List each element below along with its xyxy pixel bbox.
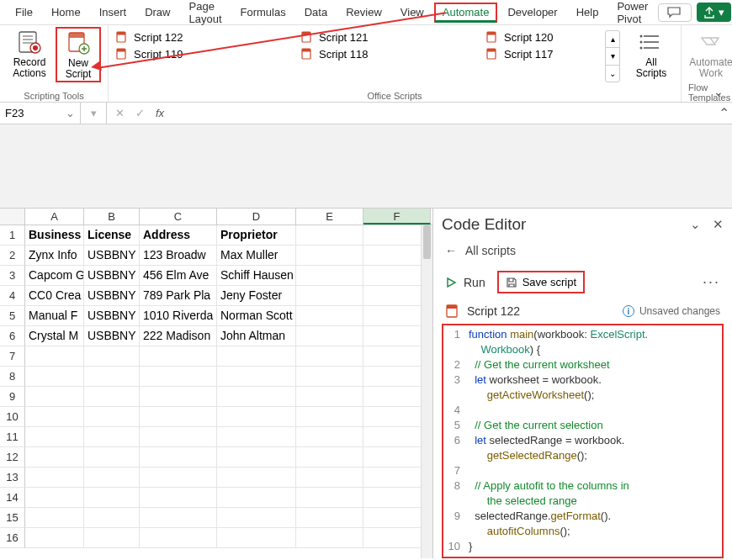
cell[interactable]: Crystal M [25,326,84,346]
cell[interactable] [217,447,296,468]
cell[interactable]: USBBNY [84,286,140,306]
cell[interactable] [25,468,84,488]
ribbon-tab-review[interactable]: Review [337,3,390,22]
cell[interactable]: 789 Park Pla [140,286,217,306]
cell[interactable] [84,447,140,468]
gallery-scroll-down-icon[interactable]: ▾ [606,48,619,65]
cell[interactable] [140,468,217,488]
share-button[interactable]: ▾ [697,3,731,22]
cell[interactable] [84,367,140,387]
cell[interactable]: Capcom G [25,266,84,286]
cell[interactable] [140,488,217,508]
script-name[interactable]: Script 122 [467,304,520,318]
cell[interactable] [140,367,217,387]
cell[interactable]: Zynx Info [25,246,84,266]
column-header[interactable]: B [84,209,140,225]
cell[interactable] [25,528,84,548]
code-line[interactable]: the selected range [469,494,722,509]
row-header[interactable]: 7 [0,346,25,367]
ribbon-tab-data[interactable]: Data [296,3,336,22]
row-header[interactable]: 9 [0,387,25,407]
column-header[interactable]: C [140,209,217,225]
cell[interactable] [25,367,84,387]
script-item[interactable]: Script 117 [485,47,595,61]
cell[interactable] [296,266,363,286]
row-header[interactable]: 15 [0,508,25,528]
name-box[interactable]: F23 ⌄ [0,103,81,124]
cell[interactable]: 222 Madison [140,326,217,346]
row-header[interactable]: 4 [0,286,25,306]
code-editor-textarea[interactable]: 1function main(workbook: ExcelScript. Wo… [442,324,724,558]
save-script-button[interactable]: Save script [497,271,585,293]
enter-formula-icon[interactable]: ✓ [130,107,149,119]
row-header[interactable]: 5 [0,306,25,326]
cell[interactable] [25,447,84,468]
code-line[interactable]: autofitColumns(); [469,524,722,539]
code-line[interactable]: // Apply autofit to the columns in [469,478,722,494]
cell[interactable] [217,367,296,387]
cell[interactable] [140,528,217,548]
cell[interactable]: CC0 Crea [25,286,84,306]
cell[interactable] [296,326,363,346]
run-button[interactable]: Run [445,276,485,289]
cell[interactable] [84,427,140,447]
cell[interactable] [296,225,363,246]
code-line[interactable]: } [469,539,722,554]
namebox-dropdown-icon[interactable]: ▾ [84,107,103,119]
record-actions-button[interactable]: Record Actions [7,27,52,81]
ribbon-tab-draw[interactable]: Draw [136,3,178,22]
worksheet-grid[interactable]: ABCDEF 1BusinessLicenseAddressProprietor… [0,209,432,558]
cell[interactable]: Proprietor [217,225,296,246]
formula-bar-expand-icon[interactable]: ⌃ [715,105,732,121]
cell[interactable]: Manual F [25,306,84,326]
cell[interactable] [217,387,296,407]
gallery-scroll[interactable]: ▴ ▾ ⌄ [605,30,620,82]
cell[interactable] [25,407,84,427]
cell[interactable]: Max Muller [217,246,296,266]
gallery-scroll-up-icon[interactable]: ▴ [606,31,619,48]
cell[interactable]: USBBNY [84,246,140,266]
comments-button[interactable] [658,3,692,22]
code-line[interactable]: function main(workbook: ExcelScript. [469,327,722,342]
code-line[interactable]: selectedRange.getFormat(). [469,509,722,524]
script-item[interactable]: Script 122 [115,30,225,44]
cell[interactable] [217,488,296,508]
code-line[interactable]: let selectedRange = workbook. [469,433,722,448]
row-header[interactable]: 10 [0,407,25,427]
cancel-formula-icon[interactable]: ✕ [110,107,129,119]
cell[interactable] [296,306,363,326]
cell[interactable] [296,246,363,266]
code-line[interactable]: getSelectedRange(); [469,448,722,463]
cell[interactable] [296,387,363,407]
cell[interactable] [140,407,217,427]
cell[interactable] [296,528,363,548]
select-all-corner[interactable] [0,209,25,225]
cell[interactable] [140,508,217,528]
ribbon-collapse-icon[interactable]: ⌄ [713,85,724,98]
all-scripts-back-button[interactable]: ← All scripts [442,240,724,266]
cell[interactable] [217,427,296,447]
new-script-button[interactable]: New Script [56,27,101,82]
cell[interactable]: USBBNY [84,266,140,286]
code-line[interactable]: getActiveWorksheet(); [469,388,722,403]
ribbon-tab-file[interactable]: File [7,3,41,22]
row-header[interactable]: 11 [0,427,25,447]
column-header[interactable]: D [217,209,296,225]
cell[interactable] [84,468,140,488]
ribbon-tab-home[interactable]: Home [43,3,89,22]
cell[interactable]: USBBNY [84,306,140,326]
ribbon-tab-power-pivot[interactable]: Power Pivot [608,0,656,29]
cell[interactable]: Address [140,225,217,246]
cell[interactable] [296,508,363,528]
cell[interactable]: 123 Broadw [140,246,217,266]
name-box-chevron-icon[interactable]: ⌄ [66,107,75,119]
cell[interactable]: License [84,225,140,246]
cell[interactable]: Schiff Hausen [217,266,296,286]
cell[interactable] [84,346,140,367]
cell[interactable] [25,488,84,508]
cell[interactable]: John Altman [217,326,296,346]
cell[interactable] [296,286,363,306]
code-line[interactable]: Workbook) { [469,342,722,357]
cell[interactable]: USBBNY [84,326,140,346]
row-header[interactable]: 16 [0,528,25,548]
